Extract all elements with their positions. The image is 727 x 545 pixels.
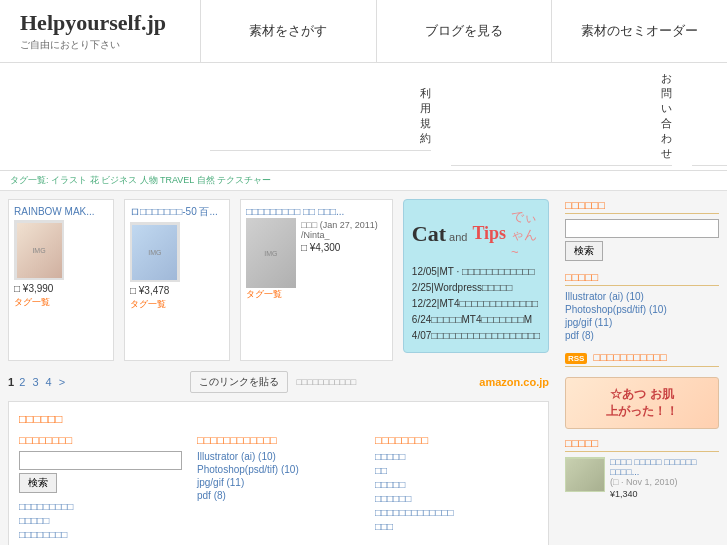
- and-text: and: [449, 231, 467, 243]
- sidebar-rss-section: RSS □□□□□□□□□□□: [565, 351, 719, 367]
- site-tagline: ご自由におとり下さい: [20, 38, 180, 52]
- bottom-section: □□□□□□ □□□□□□□□ 検索 □□□□□□□□□ □□□□□ □□□□□…: [8, 401, 549, 545]
- copy-link-button[interactable]: このリンクを貼る: [190, 371, 288, 393]
- cat-tips-banner: Cat and Tips でぃゃん~ 12/05|MT · □□□□□□□□□□…: [403, 199, 549, 353]
- sidebar-search-input[interactable]: [565, 219, 719, 238]
- nav-item-search[interactable]: 素材をさがす: [200, 0, 376, 62]
- page-2[interactable]: 2: [19, 376, 25, 388]
- tag-bar-text: タグ一覧: イラスト 花 ビジネス 人物 TRAVEL 自然 テクスチャー: [10, 175, 271, 185]
- bottom-grid: □□□□□□□□ 検索 □□□□□□□□□ □□□□□ □□□□□□□□ □□□…: [19, 434, 538, 543]
- product-item-2: ロ□□□□□□□-50 百... IMG □ ¥3,478 タグ一覧: [124, 199, 230, 361]
- bottom-cat-3[interactable]: jpg/gif (11): [197, 477, 360, 488]
- sidebar-post-info-area: □□□□ □□□□□ □□□□□□ □□□□... (□ · Nov 1, 20…: [610, 457, 719, 499]
- product-title-3[interactable]: □□□□□□□□□ □□ □□□...: [246, 206, 344, 217]
- subnav-contact[interactable]: お問い合わせ: [451, 67, 672, 166]
- sidebar-search-section: □□□□□□ 検索: [565, 199, 719, 261]
- product-item-1: RAINBOW MAK... IMG □ ¥3,990 タグ一覧: [8, 199, 114, 361]
- sidebar-search-title: □□□□□□: [565, 199, 719, 214]
- rss-icon: RSS: [565, 353, 587, 364]
- bottom-link-1[interactable]: □□□□□□□□□: [19, 501, 182, 512]
- sidebar-cat-4[interactable]: pdf (8): [565, 330, 719, 341]
- bottom-cat-4[interactable]: pdf (8): [197, 490, 360, 501]
- cat-entry-5: 4/07□□□□□□□□□□□□□□□□□□: [412, 328, 540, 344]
- sidebar: □□□□□□ 検索 □□□□□ Illustrator (ai) (10) Ph…: [557, 191, 727, 545]
- subnav-sitemap[interactable]: サイトマップ: [692, 67, 727, 166]
- page-next[interactable]: >: [59, 376, 65, 388]
- cat-char: でぃゃん~: [511, 208, 540, 259]
- skin-ad-line2: 上がった！！: [574, 403, 710, 420]
- skin-ad: ☆あつ お肌 上がった！！: [565, 377, 719, 429]
- page-3[interactable]: 3: [32, 376, 38, 388]
- cat-entry-1: 12/05|MT · □□□□□□□□□□□□: [412, 264, 540, 280]
- bottom-col-1: □□□□□□□□ 検索 □□□□□□□□□ □□□□□ □□□□□□□□: [19, 434, 182, 543]
- sidebar-recent-title: □□□□□: [565, 437, 719, 452]
- bottom-col3-link-3[interactable]: □□□□□: [375, 479, 538, 490]
- sidebar-post-title[interactable]: □□□□ □□□□□ □□□□□□ □□□□...: [610, 457, 719, 477]
- product-author-3: /Ninta_: [301, 230, 378, 240]
- bottom-cat-2[interactable]: Photoshop(psd/tif) (10): [197, 464, 360, 475]
- page-current: 1: [8, 376, 14, 388]
- bottom-search-button[interactable]: 検索: [19, 473, 57, 493]
- bottom-col3-link-4[interactable]: □□□□□□: [375, 493, 538, 504]
- product-price-2: □ ¥3,478: [130, 285, 224, 296]
- page-4[interactable]: 4: [46, 376, 52, 388]
- action-buttons: このリンクを貼る □□□□□□□□□□□: [190, 371, 356, 393]
- product-tags-3: タグ一覧: [246, 288, 387, 301]
- cat-text: Cat: [412, 221, 446, 247]
- cat-tips-area: Cat and Tips でぃゃん~ 12/05|MT · □□□□□□□□□□…: [403, 199, 549, 361]
- sidebar-category-title: □□□□□: [565, 271, 719, 286]
- bottom-search-input[interactable]: [19, 451, 182, 470]
- product-title-2[interactable]: ロ□□□□□□□-50 百...: [130, 206, 218, 217]
- price-icon-3: □: [301, 242, 307, 253]
- sidebar-cat-1[interactable]: Illustrator (ai) (10): [565, 291, 719, 302]
- cat-entry-4: 6/24□□□□□MT4□□□□□□□M: [412, 312, 540, 328]
- cat-entry-3: 12/22|MT4□□□□□□□□□□□□□: [412, 296, 540, 312]
- button-label2: □□□□□□□□□□□: [296, 377, 356, 387]
- main-wrap: RAINBOW MAK... IMG □ ¥3,990 タグ一覧 ロ□□□□□□…: [0, 191, 727, 545]
- bottom-search-box: 検索: [19, 451, 182, 493]
- bottom-link-2[interactable]: □□□□□: [19, 515, 182, 526]
- tips-text: Tips: [472, 223, 506, 244]
- main-content: RAINBOW MAK... IMG □ ¥3,990 タグ一覧 ロ□□□□□□…: [0, 191, 557, 545]
- bottom-col3-link-2[interactable]: □□: [375, 465, 538, 476]
- header: Helpyourself.jp ご自由におとり下さい 素材をさがす ブログを見る…: [0, 0, 727, 63]
- product-tags-1: タグ一覧: [14, 296, 108, 309]
- pagination-row: 1 2 3 4 > このリンクを貼る □□□□□□□□□□□ amazon.co…: [8, 371, 549, 393]
- sidebar-post-meta: (□ · Nov 1, 2010): [610, 477, 719, 487]
- site-logo: Helpyourself.jp: [20, 10, 180, 36]
- sidebar-post-price: ¥1,340: [610, 489, 719, 499]
- sidebar-post-thumb: [565, 457, 605, 492]
- sidebar-cat-2[interactable]: Photoshop(psd/tif) (10): [565, 304, 719, 315]
- bottom-col2-title: □□□□□□□□□□□□: [197, 434, 360, 446]
- cat-entry-2: 2/25|Wordpress□□□□□: [412, 280, 540, 296]
- bottom-col3-link-6[interactable]: □□□: [375, 521, 538, 532]
- bottom-col3-link-5[interactable]: □□□□□□□□□□□□□: [375, 507, 538, 518]
- cat-tips-list: 12/05|MT · □□□□□□□□□□□□ 2/25|Wordpress□□…: [412, 264, 540, 344]
- product-tags-2: タグ一覧: [130, 298, 224, 311]
- bottom-col3-link-1[interactable]: □□□□□: [375, 451, 538, 462]
- bottom-col3-title: □□□□□□□□: [375, 434, 538, 446]
- bottom-section-title: □□□□□□: [19, 412, 538, 426]
- sidebar-recent-section: □□□□□ □□□□ □□□□□ □□□□□□ □□□□... (□ · Nov…: [565, 437, 719, 499]
- bottom-link-3[interactable]: □□□□□□□□: [19, 529, 182, 540]
- bottom-cat-1[interactable]: Illustrator (ai) (10): [197, 451, 360, 462]
- bottom-col-2: □□□□□□□□□□□□ Illustrator (ai) (10) Photo…: [197, 434, 360, 543]
- bottom-col-3: □□□□□□□□ □□□□□ □□ □□□□□ □□□□□□ □□□□□□□□□…: [375, 434, 538, 543]
- pagination: 1 2 3 4 >: [8, 376, 67, 388]
- product-title-1[interactable]: RAINBOW MAK...: [14, 206, 95, 217]
- subnav-terms[interactable]: 利用規約: [210, 82, 431, 151]
- tag-bar: タグ一覧: イラスト 花 ビジネス 人物 TRAVEL 自然 テクスチャー: [0, 171, 727, 191]
- product-price-1: □ ¥3,990: [14, 283, 108, 294]
- cat-tips-header: Cat and Tips でぃゃん~: [412, 208, 540, 259]
- nav-item-order[interactable]: 素材のセミオーダー: [551, 0, 727, 62]
- product-row: RAINBOW MAK... IMG □ ¥3,990 タグ一覧 ロ□□□□□□…: [8, 199, 549, 361]
- price-icon-2: □: [130, 285, 136, 296]
- sidebar-search-button[interactable]: 検索: [565, 241, 603, 261]
- nav-item-blog[interactable]: ブログを見る: [376, 0, 552, 62]
- amazon-logo: amazon.co.jp: [479, 376, 549, 388]
- skin-ad-line1: ☆あつ お肌: [574, 386, 710, 403]
- sub-nav: 利用規約 お問い合わせ サイトマップ supported by Heishi D…: [0, 63, 727, 171]
- product-thumb-2: IMG: [130, 222, 180, 282]
- logo-area: Helpyourself.jp ご自由におとり下さい: [0, 0, 200, 62]
- sidebar-cat-3[interactable]: jpg/gif (11): [565, 317, 719, 328]
